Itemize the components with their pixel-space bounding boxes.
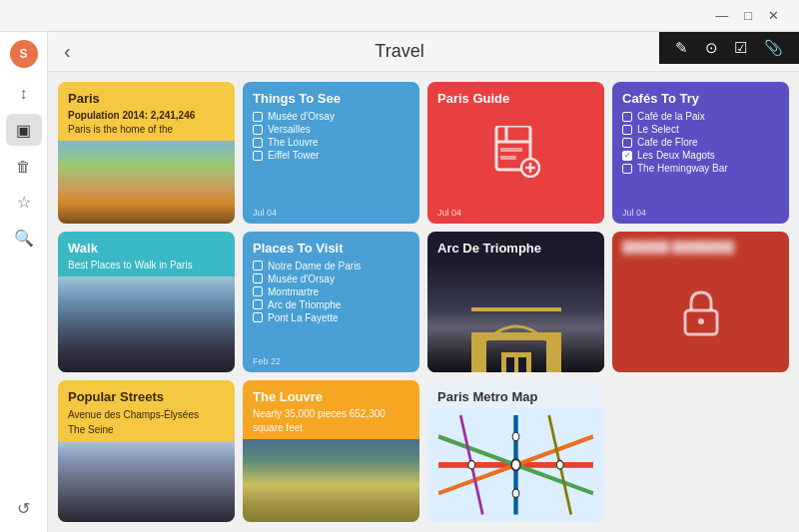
card-body: Best Places to Walk in Paris [68, 259, 225, 272]
checklist-item-1: Musée d'Orsay [253, 111, 409, 122]
card-title: Arc De Triomphe [437, 241, 594, 256]
main-content: ‹ Travel Paris Population 2014: 2,241,24… [48, 32, 799, 532]
toolbar-camera-icon[interactable]: ⊙ [705, 39, 718, 57]
card-image-arc [427, 260, 604, 373]
svg-point-25 [468, 461, 475, 470]
card-the-louvre[interactable]: The Louvre Nearly 35,000 pieces 652,300 … [243, 380, 419, 522]
card-locked[interactable]: ██████ ████████ [612, 232, 789, 373]
svg-rect-3 [500, 148, 522, 152]
svg-rect-12 [506, 357, 514, 372]
card-popular-streets[interactable]: Popular Streets Avenue des Champs-Élysée… [58, 380, 235, 522]
svg-rect-13 [518, 357, 526, 372]
svg-rect-14 [471, 307, 561, 311]
card-image-louvre [243, 439, 419, 522]
card-date: Jul 04 [243, 204, 419, 224]
sidebar-item-sync[interactable]: ↺ [6, 492, 42, 524]
sidebar-item-search[interactable]: 🔍 [6, 222, 42, 254]
card-body: Avenue des Champs-ÉlyséesThe Seine [68, 407, 225, 437]
svg-rect-4 [500, 156, 516, 160]
card-date: Jul 04 [427, 204, 604, 224]
card-paris[interactable]: Paris Population 2014: 2,241,246Paris is… [58, 82, 235, 224]
card-title: Places To Visit [253, 241, 409, 256]
lock-icon [679, 288, 723, 340]
svg-rect-9 [546, 337, 561, 372]
card-date: Jul 04 [612, 204, 789, 224]
svg-point-16 [698, 318, 704, 324]
card-paris-guide[interactable]: Paris Guide [427, 82, 604, 224]
cards-grid: Paris Population 2014: 2,241,246Paris is… [48, 72, 799, 532]
card-title: Paris Metro Map [437, 389, 594, 404]
card-title: Walk [68, 241, 225, 256]
svg-rect-10 [471, 332, 561, 340]
checklist-cafe-2: Le Select [622, 124, 779, 135]
card-paris-metro-map[interactable]: Paris Metro Map [427, 380, 604, 522]
card-cafes-to-try[interactable]: Cafés To Try Café de la Paix Le Select C… [612, 82, 789, 224]
card-body: Population 2014: 2,241,246Paris is the h… [68, 109, 225, 137]
avatar: S [10, 40, 38, 68]
card-image-paris [58, 141, 235, 224]
card-title: The Louvre [253, 389, 409, 404]
checklist-place-5: Pont La Fayette [253, 312, 409, 323]
svg-rect-8 [471, 337, 486, 372]
sidebar-item-list[interactable]: ▣ [6, 114, 42, 146]
card-image-streets [58, 441, 235, 522]
window-frame: — □ ✕ S ↕ ▣ 🗑 ☆ 🔍 ↺ ‹ Travel [0, 0, 799, 532]
checklist-cafe-5: The Hemingway Bar [622, 163, 779, 174]
checklist-cafe-1: Café de la Paix [622, 111, 779, 122]
checklist-place-1: Notre Dame de Paris [253, 261, 409, 271]
sidebar-item-trash[interactable]: 🗑 [6, 150, 42, 182]
checklist-item-2: Versailles [253, 124, 409, 135]
back-button[interactable]: ‹ [64, 40, 71, 63]
sidebar-item-sort[interactable]: ↕ [6, 78, 42, 110]
maximize-button[interactable]: □ [736, 8, 760, 23]
svg-point-24 [511, 459, 520, 470]
toolbar-edit-icon[interactable]: ✎ [675, 39, 688, 57]
checklist-cafe-3: Cafe de Flore [622, 137, 779, 148]
toolbar-attach-icon[interactable]: 📎 [764, 39, 783, 57]
checklist-item-4: Eiffel Tower [253, 150, 409, 161]
checklist-cafe-4: ✓Les Deux Magots [622, 150, 779, 161]
card-title: Paris Guide [437, 91, 594, 106]
card-places-to-visit[interactable]: Places To Visit Notre Dame de Paris Musé… [243, 232, 419, 373]
card-things-to-see[interactable]: Things To See Musée d'Orsay Versailles T… [243, 82, 419, 224]
card-image-metro [427, 408, 604, 522]
checklist-place-2: Musée d'Orsay [253, 273, 409, 284]
card-body: Nearly 35,000 pieces 652,300 square feet [253, 407, 409, 435]
svg-point-26 [556, 461, 563, 470]
toolbar-check-icon[interactable]: ☑ [734, 39, 747, 57]
checklist-place-4: Arc de Triomphe [253, 299, 409, 310]
pdf-icon [492, 126, 540, 187]
card-blurred-title: ██████ ████████ [622, 241, 779, 253]
sidebar-item-favorites[interactable]: ☆ [6, 186, 42, 218]
card-date: Feb 22 [243, 352, 419, 372]
card-title: Cafés To Try [622, 91, 779, 106]
minimize-button[interactable]: — [707, 8, 736, 23]
card-title: Things To See [253, 91, 409, 106]
card-title: Popular Streets [68, 389, 225, 404]
page-title: Travel [375, 41, 423, 62]
svg-point-28 [512, 489, 519, 498]
card-walk[interactable]: Walk Best Places to Walk in Paris [58, 232, 235, 373]
checklist-place-3: Montmartre [253, 286, 409, 297]
card-image-walk [58, 276, 235, 373]
svg-rect-11 [501, 352, 531, 372]
card-title: Paris [68, 91, 225, 106]
sidebar: S ↕ ▣ 🗑 ☆ 🔍 ↺ [0, 32, 48, 532]
checklist-item-3: The Louvre [253, 137, 409, 148]
title-bar: — □ ✕ [0, 0, 799, 32]
toolbar-right: ✎ ⊙ ☑ 📎 [659, 32, 799, 64]
svg-point-27 [512, 432, 519, 441]
close-button[interactable]: ✕ [760, 8, 787, 23]
card-arc-de-triomphe[interactable]: Arc De Triomphe [427, 232, 604, 373]
